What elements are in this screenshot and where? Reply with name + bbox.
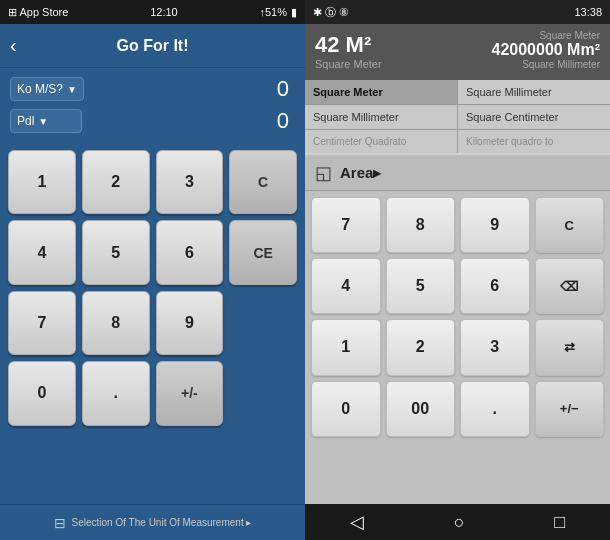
rkey-8[interactable]: 8 (386, 197, 456, 253)
input-row-1: Ko M/S? ▼ 0 (10, 76, 295, 102)
input-section: Ko M/S? ▼ 0 Pdl ▼ 0 (0, 68, 305, 142)
conversion-grid: Square Meter Square Millimeter Square Mi… (305, 80, 610, 153)
key-3[interactable]: 3 (156, 150, 224, 214)
conv-main-unit: Square Meter (315, 58, 382, 70)
key-6[interactable]: 6 (156, 220, 224, 284)
value-display-1: 0 (84, 76, 295, 102)
key-9[interactable]: 9 (156, 291, 224, 355)
dropdown-arrow-1: ▼ (67, 84, 77, 95)
conv-cell-sq-meter[interactable]: Square Meter (305, 80, 457, 104)
status-bar-left: ⊞ App Store 12:10 ↑51% ▮ (0, 0, 305, 24)
unit-label-2: Pdl (17, 114, 34, 128)
value-display-2: 0 (82, 108, 295, 134)
conv-result-block: Square Meter 42000000 Mm² Square Millime… (491, 30, 600, 70)
key-plusminus[interactable]: +/- (156, 361, 224, 425)
ruler-icon: ⊟ (54, 515, 66, 531)
battery-icon: ▮ (291, 6, 297, 19)
key-ce[interactable]: CE (229, 220, 297, 284)
keypad-left: 1 2 3 C 4 5 6 CE 7 8 9 0 . +/- (0, 142, 305, 504)
app-store-label: ⊞ App Store (8, 6, 68, 19)
unit-label-1: Ko M/S? (17, 82, 63, 96)
conv-cell-sq-millimeter[interactable]: Square Millimeter (458, 80, 610, 104)
key-2[interactable]: 2 (82, 150, 150, 214)
conversion-display: 42 M² Square Meter Square Meter 42000000… (305, 24, 610, 80)
rkey-3[interactable]: 3 (460, 319, 530, 375)
key-0[interactable]: 0 (8, 361, 76, 425)
conv-result-unit-top: Square Meter (491, 30, 600, 41)
header-left: ‹ Go For It! (0, 24, 305, 68)
empty-slot-2 (229, 361, 297, 425)
main-value-block: 42 M² Square Meter (315, 32, 382, 70)
nav-back-button[interactable]: ◁ (334, 507, 380, 537)
rkey-swap[interactable]: ⇄ (535, 319, 605, 375)
key-dot[interactable]: . (82, 361, 150, 425)
footer-left: ⊟ Selection Of The Unit Of Measurement ▸ (0, 504, 305, 540)
right-panel: ✱ ⓑ ⑧ 13:38 42 M² Square Meter Square Me… (305, 0, 610, 540)
area-icon: ◱ (315, 162, 332, 184)
area-label: Area▸ (340, 164, 381, 182)
status-bar-right: ✱ ⓑ ⑧ 13:38 (305, 0, 610, 24)
area-header: ◱ Area▸ (305, 155, 610, 191)
rkey-0[interactable]: 0 (311, 381, 381, 437)
conv-result-value: 42000000 Mm² (491, 41, 600, 59)
dropdown-arrow-2: ▼ (38, 116, 48, 127)
conv-result-unit: Square Millimeter (491, 59, 600, 70)
conv-main-value: 42 M² (315, 32, 382, 58)
conv-cell-sq-millimeter2[interactable]: Square Millimeter (305, 105, 457, 129)
conversion-top-row: 42 M² Square Meter Square Meter 42000000… (315, 30, 600, 70)
signal-icon: ↑51% (259, 6, 287, 18)
nav-home-button[interactable]: ○ (438, 508, 481, 537)
conv-cell-kilometer[interactable]: Kilometer quadro to (458, 130, 610, 153)
rkey-backspace[interactable]: ⌫ (535, 258, 605, 314)
unit-selector-1[interactable]: Ko M/S? ▼ (10, 77, 84, 101)
unit-selector-2[interactable]: Pdl ▼ (10, 109, 82, 133)
back-button[interactable]: ‹ (10, 34, 17, 57)
key-8[interactable]: 8 (82, 291, 150, 355)
app-title-left: Go For It! (117, 37, 189, 55)
rkey-dot[interactable]: . (460, 381, 530, 437)
footer-text: Selection Of The Unit Of Measurement ▸ (72, 517, 252, 528)
rkey-9[interactable]: 9 (460, 197, 530, 253)
status-left-group: ⊞ App Store (8, 6, 68, 19)
left-panel: ⊞ App Store 12:10 ↑51% ▮ ‹ Go For It! Ko… (0, 0, 305, 540)
rkey-6[interactable]: 6 (460, 258, 530, 314)
rkey-7[interactable]: 7 (311, 197, 381, 253)
keypad-right: 7 8 9 C 4 5 6 ⌫ 1 2 3 ⇄ 0 00 . +/− (305, 191, 610, 504)
key-4[interactable]: 4 (8, 220, 76, 284)
rkey-plusminus[interactable]: +/− (535, 381, 605, 437)
key-1[interactable]: 1 (8, 150, 76, 214)
time-left: 12:10 (150, 6, 178, 18)
empty-slot-1 (229, 291, 297, 355)
rkey-c[interactable]: C (535, 197, 605, 253)
nav-recent-button[interactable]: □ (538, 508, 581, 537)
time-right: 13:38 (574, 6, 602, 18)
rkey-4[interactable]: 4 (311, 258, 381, 314)
rkey-1[interactable]: 1 (311, 319, 381, 375)
key-7[interactable]: 7 (8, 291, 76, 355)
rkey-2[interactable]: 2 (386, 319, 456, 375)
status-icons-right: ✱ ⓑ ⑧ (313, 5, 349, 20)
input-row-2: Pdl ▼ 0 (10, 108, 295, 134)
conv-cell-sq-centimeter[interactable]: Square Centimeter (458, 105, 610, 129)
nav-bar-right: ◁ ○ □ (305, 504, 610, 540)
conv-cell-centimetro[interactable]: Centimeter Quadrato (305, 130, 457, 153)
key-c[interactable]: C (229, 150, 297, 214)
rkey-5[interactable]: 5 (386, 258, 456, 314)
rkey-00[interactable]: 00 (386, 381, 456, 437)
signal-battery: ↑51% ▮ (259, 6, 297, 19)
key-5[interactable]: 5 (82, 220, 150, 284)
